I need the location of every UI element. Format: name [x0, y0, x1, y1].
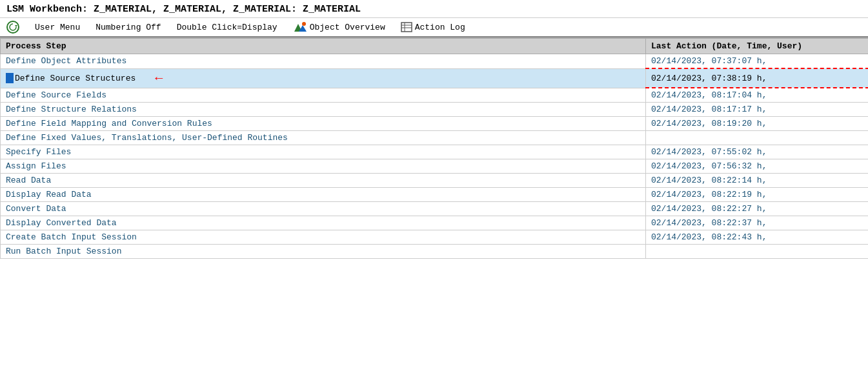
- process-step-cell: Assign Files: [1, 159, 646, 174]
- table-row[interactable]: Display Read Data02/14/2023, 08:22:19 h,: [1, 188, 869, 202]
- page-title: LSM Workbench: Z_MATERIAL, Z_MATERIAL, Z…: [6, 4, 361, 15]
- table-row[interactable]: Define Fixed Values, Translations, User-…: [1, 131, 869, 145]
- table-row[interactable]: Define Object Attributes02/14/2023, 07:3…: [1, 54, 869, 69]
- user-menu-button[interactable]: User Menu: [35, 23, 80, 32]
- table-row[interactable]: Define Field Mapping and Conversion Rule…: [1, 117, 869, 131]
- table-row[interactable]: Assign Files02/14/2023, 07:56:32 h,: [1, 159, 869, 174]
- table-row[interactable]: Read Data02/14/2023, 08:22:14 h,: [1, 174, 869, 188]
- double-click-label: Double Click=Display: [177, 23, 278, 32]
- process-step-cell: Display Read Data: [1, 188, 646, 202]
- table-row[interactable]: Run Batch Input Session: [1, 245, 869, 259]
- col-header-process: Process Step: [1, 39, 646, 54]
- process-step-cell: Convert Data: [1, 202, 646, 216]
- process-table: Process Step Last Action (Date, Time, Us…: [0, 38, 868, 259]
- double-click-button[interactable]: Double Click=Display: [177, 23, 278, 32]
- table-row[interactable]: Define Source Fields02/14/2023, 08:17:04…: [1, 88, 869, 103]
- table-row[interactable]: Convert Data02/14/2023, 08:22:27 h,: [1, 202, 869, 216]
- process-step-cell: Specify Files: [1, 145, 646, 159]
- action-log-icon: [401, 22, 412, 32]
- process-step-cell: Define Source Structures←: [1, 68, 646, 88]
- process-step-cell: Define Object Attributes: [1, 54, 646, 69]
- action-date-cell: 02/14/2023, 08:22:27 h,: [646, 202, 869, 216]
- action-date-cell: 02/14/2023, 08:19:20 h,: [646, 117, 869, 131]
- title-bar: LSM Workbench: Z_MATERIAL, Z_MATERIAL, Z…: [0, 0, 868, 18]
- table-row[interactable]: Specify Files02/14/2023, 07:55:02 h,: [1, 145, 869, 159]
- action-date-cell: [646, 131, 869, 145]
- action-log-button[interactable]: Action Log: [401, 22, 465, 32]
- table-container: Process Step Last Action (Date, Time, Us…: [0, 37, 868, 259]
- action-date-cell: [646, 245, 869, 259]
- nav-icon: [6, 21, 19, 34]
- action-date-cell: 02/14/2023, 07:38:19 h,: [646, 68, 869, 88]
- table-header: Process Step Last Action (Date, Time, Us…: [1, 39, 869, 54]
- table-row[interactable]: Create Batch Input Session02/14/2023, 08…: [1, 230, 869, 245]
- process-step-cell: Display Converted Data: [1, 216, 646, 230]
- action-log-label: Action Log: [415, 23, 465, 32]
- table-row[interactable]: Define Structure Relations02/14/2023, 08…: [1, 103, 869, 117]
- action-date-cell: 02/14/2023, 07:56:32 h,: [646, 159, 869, 174]
- object-overview-button[interactable]: Object Overview: [293, 21, 385, 33]
- mountain-icon: [293, 21, 307, 33]
- process-step-cell: Define Fixed Values, Translations, User-…: [1, 131, 646, 145]
- numbering-off-button[interactable]: Numbering Off: [96, 23, 161, 32]
- step-text: Define Source Structures: [15, 74, 136, 83]
- process-step-cell: Define Source Fields: [1, 88, 646, 103]
- action-date-cell: 02/14/2023, 08:22:19 h,: [646, 188, 869, 202]
- action-date-cell: 02/14/2023, 08:17:04 h,: [646, 88, 869, 103]
- numbering-off-label: Numbering Off: [96, 23, 161, 32]
- table-body: Define Object Attributes02/14/2023, 07:3…: [1, 54, 869, 259]
- process-step-cell: Define Structure Relations: [1, 103, 646, 117]
- toolbar: User Menu Numbering Off Double Click=Dis…: [0, 18, 868, 37]
- svg-point-3: [302, 22, 306, 26]
- process-step-cell: Read Data: [1, 174, 646, 188]
- col-header-action: Last Action (Date, Time, User): [646, 39, 869, 54]
- action-date-cell: 02/14/2023, 08:22:43 h,: [646, 230, 869, 245]
- action-date-cell: 02/14/2023, 07:55:02 h,: [646, 145, 869, 159]
- process-step-cell: Run Batch Input Session: [1, 245, 646, 259]
- process-step-cell: Define Field Mapping and Conversion Rule…: [1, 117, 646, 131]
- action-date-cell: 02/14/2023, 08:22:14 h,: [646, 174, 869, 188]
- nav-button[interactable]: [6, 21, 19, 34]
- red-arrow-icon: ←: [155, 71, 163, 86]
- action-date-cell: 02/14/2023, 08:22:37 h,: [646, 216, 869, 230]
- row-indicator: [6, 73, 14, 83]
- action-date-cell: 02/14/2023, 08:17:17 h,: [646, 103, 869, 117]
- object-overview-label: Object Overview: [310, 23, 385, 32]
- action-date-cell: 02/14/2023, 07:37:07 h,: [646, 54, 869, 69]
- user-menu-label: User Menu: [35, 23, 80, 32]
- table-row[interactable]: Define Source Structures←02/14/2023, 07:…: [1, 68, 869, 88]
- table-row[interactable]: Display Converted Data02/14/2023, 08:22:…: [1, 216, 869, 230]
- process-step-cell: Create Batch Input Session: [1, 230, 646, 245]
- svg-rect-4: [401, 23, 412, 32]
- svg-marker-0: [15, 25, 17, 27]
